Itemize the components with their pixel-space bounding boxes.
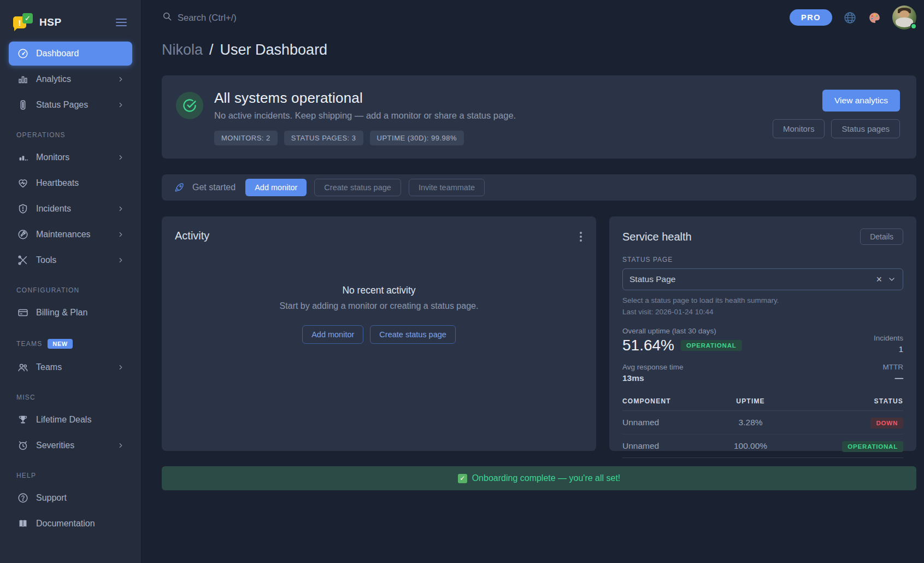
sidebar-item-maintenances[interactable]: Maintenances [9,222,132,247]
uptime-chip: UPTIME (30D): 99.98% [370,131,464,145]
component-name: Unnamed [622,435,717,458]
chevron-right-icon [117,101,125,109]
sidebar-section-configuration: CONFIGURATION [16,286,125,294]
details-button[interactable]: Details [860,228,903,245]
help-circle-icon [16,491,30,505]
language-globe-icon[interactable] [843,11,857,25]
sidebar-item-analytics[interactable]: Analytics [9,67,132,91]
search-icon [162,11,173,24]
logo-row: ! ✓ HSP [0,10,141,39]
users-icon [16,361,30,374]
chevron-right-icon [117,363,125,371]
select-helper-text: Select a status page to load its health … [622,296,903,304]
sidebar-item-label: Analytics [36,74,110,84]
get-started-bar: Get started Add monitor Create status pa… [162,174,916,201]
sidebar-item-label: Status Pages [36,100,110,110]
activity-title: Activity [175,230,583,242]
column-header-status: STATUS [784,394,903,411]
system-status-card: All systems operational No active incide… [162,75,916,159]
search-placeholder: Search (Ctrl+/) [178,13,237,23]
sidebar-item-label: Billing & Plan [36,308,125,318]
sidebar-item-status-pages[interactable]: Status Pages [9,93,132,117]
empty-create-status-page-button[interactable]: Create status page [370,325,456,344]
component-uptime: 100.00% [717,435,783,458]
breadcrumb: Nikola / User Dashboard [162,42,916,58]
dashboard-grid: Activity No recent activity Start by add… [162,216,916,451]
user-avatar[interactable] [892,5,916,30]
kebab-menu-icon[interactable] [578,230,584,244]
app-name: HSP [39,16,114,28]
sidebar-item-billing[interactable]: Billing & Plan [9,301,132,325]
sidebar-item-label: Dashboard [36,49,125,58]
sidebar-item-lifetime-deals[interactable]: Lifetime Deals [9,408,132,432]
component-uptime: 3.28% [717,411,783,435]
menu-toggle-icon[interactable] [114,16,129,28]
shield-alert-icon [16,202,30,215]
logo-check-icon: ✓ [22,13,33,24]
service-health-title: Service health [622,231,692,243]
sidebar-item-tools[interactable]: Tools [9,248,132,272]
credit-card-icon [16,306,30,319]
dashboard-gauge-icon [16,47,30,60]
maintenance-wrench-icon [16,228,30,241]
incidents-label: Incidents [874,334,903,342]
empty-add-monitor-button[interactable]: Add monitor [302,325,363,344]
pro-badge[interactable]: PRO [790,9,832,26]
trophy-icon [16,413,30,426]
breadcrumb-parent[interactable]: Nikola [162,42,203,58]
sidebar-section-teams: TEAMS NEW [16,339,125,349]
uptime-status-badge: OPERATIONAL [681,340,742,351]
hero-stat-chips: MONITORS: 2 STATUS PAGES: 3 UPTIME (30D)… [214,131,516,145]
uptime-value: 51.64% [622,337,674,354]
empty-state-subtitle: Start by adding a monitor or creating a … [175,301,583,311]
monitors-button[interactable]: Monitors [773,119,825,138]
sidebar-item-label: Maintenances [36,230,110,239]
view-analytics-button[interactable]: View analytics [822,90,900,112]
sidebar-section-help: HELP [16,472,125,479]
sidebar-item-label: Lifetime Deals [36,415,125,425]
search-input[interactable]: Search (Ctrl+/) [162,11,237,24]
empty-state-title: No recent activity [175,285,583,296]
sidebar-item-documentation[interactable]: Documentation [9,512,132,536]
sidebar-item-teams[interactable]: Teams [9,355,132,379]
invite-teammate-button[interactable]: Invite teammate [409,179,485,196]
chevron-right-icon [117,231,125,238]
sidebar-item-label: Severities [36,441,110,450]
chevron-right-icon [117,442,125,449]
onboarding-banner: ✓ Onboarding complete — you're all set! [162,466,916,490]
column-header-uptime: UPTIME [717,394,783,411]
column-header-component: COMPONENT [622,394,717,411]
chevron-right-icon [117,205,125,213]
app-root: ! ✓ HSP Dashboard Analytics [0,0,924,563]
tools-icon [16,254,30,267]
chevron-right-icon [117,154,125,161]
sidebar-item-label: Documentation [36,519,125,529]
sidebar-item-dashboard[interactable]: Dashboard [9,42,132,66]
service-health-card: Service health Details STATUS PAGE Statu… [609,216,916,451]
sidebar-item-severities[interactable]: Severities [9,433,132,458]
theme-palette-icon[interactable] [868,11,881,25]
sidebar-item-label: Teams [36,362,110,372]
sidebar-item-monitors[interactable]: Monitors [9,145,132,169]
topbar: Search (Ctrl+/) PRO [162,0,916,35]
sidebar-item-incidents[interactable]: Incidents [9,197,132,221]
chevron-right-icon [117,256,125,264]
add-monitor-button[interactable]: Add monitor [245,179,307,196]
book-icon [16,517,30,530]
main-content: Search (Ctrl+/) PRO Nikola / [142,0,924,563]
status-page-select[interactable]: Status Page × [622,268,903,290]
get-started-label: Get started [192,183,236,192]
status-pages-count-chip: STATUS PAGES: 3 [284,131,363,145]
sidebar-item-support[interactable]: Support [9,486,132,510]
check-box-icon: ✓ [458,474,467,483]
new-badge: NEW [48,339,72,349]
sidebar-item-heartbeats[interactable]: Heartbeats [9,171,132,195]
clear-selection-icon[interactable]: × [876,274,882,285]
create-status-page-button[interactable]: Create status page [314,179,401,196]
uptime-label: Overall uptime (last 30 days) [622,327,742,335]
status-pages-button[interactable]: Status pages [831,119,900,138]
last-visit-text: Last visit: 2026-01-24 10:44 [622,308,903,316]
monitors-count-chip: MONITORS: 2 [214,131,278,145]
activity-card: Activity No recent activity Start by add… [162,216,596,451]
status-badge: DOWN [870,418,903,429]
